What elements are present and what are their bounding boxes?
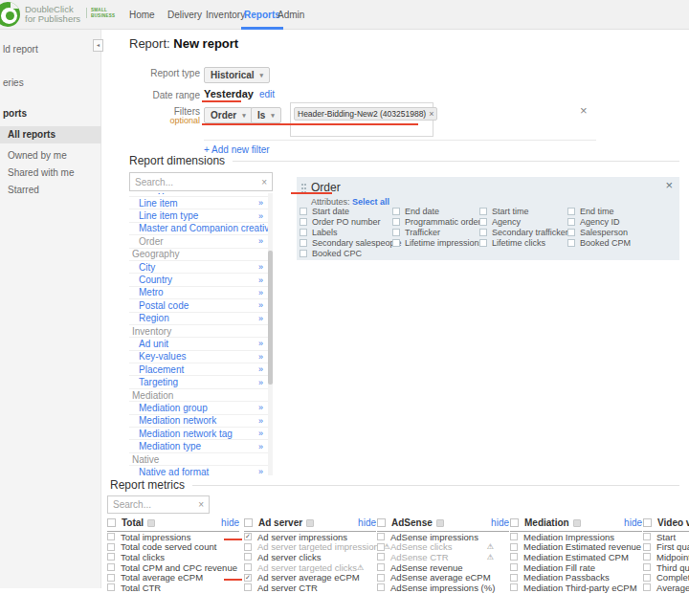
sidebar-item-ports[interactable]: ports [3, 108, 27, 119]
checkbox[interactable] [479, 218, 487, 226]
checkbox[interactable] [510, 533, 518, 540]
sidebar-item-all-reports[interactable]: All reports [0, 126, 101, 143]
checkbox[interactable] [300, 229, 307, 236]
hide-column-link[interactable]: hide [358, 517, 376, 528]
remove-chip-icon[interactable]: × [429, 109, 433, 119]
checkbox[interactable] [392, 239, 400, 247]
checkbox[interactable] [377, 553, 385, 561]
dimension-item-key-values[interactable]: Key-values» [129, 351, 273, 363]
dimension-item-mediation-type[interactable]: Mediation type» [129, 440, 273, 452]
dimension-item-metro[interactable]: Metro» [129, 287, 273, 299]
checkbox[interactable] [643, 574, 651, 582]
dimension-item-line-item[interactable]: Line item» [129, 197, 273, 209]
dimension-item-city[interactable]: City» [129, 261, 273, 274]
dimension-item-ad-unit[interactable]: Ad unit» [129, 338, 273, 350]
sidebar-item-ld-report[interactable]: ld report [3, 44, 38, 55]
dimension-item-region[interactable]: Region» [129, 313, 273, 325]
checkbox[interactable] [300, 250, 307, 257]
clear-search-icon[interactable]: × [256, 177, 272, 187]
dimensions-scrollbar[interactable] [268, 193, 273, 475]
checkbox-checked[interactable]: ✓ [244, 533, 252, 540]
checkbox[interactable] [300, 208, 307, 215]
checkbox[interactable] [643, 518, 652, 527]
dimension-item-master-and-companion-creative[interactable]: Master and Companion creative» [129, 223, 273, 235]
checkbox[interactable] [107, 518, 116, 527]
filter-operator-dropdown[interactable]: Is ▾ [251, 107, 281, 123]
checkbox[interactable] [377, 543, 385, 551]
checkbox[interactable] [510, 574, 518, 582]
checkbox[interactable] [377, 518, 386, 527]
checkbox[interactable] [567, 239, 575, 247]
checkbox[interactable] [510, 518, 519, 527]
filter-dimension-dropdown[interactable]: Order ▾ [204, 107, 253, 123]
dimension-item-postal-code[interactable]: Postal code» [129, 299, 273, 312]
checkbox[interactable] [377, 574, 385, 582]
drag-handle-icon[interactable] [301, 184, 303, 186]
checkbox[interactable] [392, 218, 400, 226]
checkbox[interactable] [300, 218, 307, 226]
doubleclick-logo[interactable]: DoubleClick for Publishers SMALL BUSINES… [0, 0, 126, 30]
checkbox[interactable] [392, 208, 400, 215]
clear-search-icon[interactable]: × [193, 499, 209, 510]
dimension-item-native-ad-format[interactable]: Native ad format» [129, 466, 273, 475]
dimensions-scrollbar-thumb[interactable] [268, 251, 273, 385]
nav-reports[interactable]: Reports [244, 0, 280, 30]
report-type-dropdown[interactable]: Historical ▾ [204, 67, 270, 83]
checkbox[interactable] [377, 533, 385, 540]
sidebar-item-starred[interactable]: Starred [8, 185, 39, 195]
dimension-item-line-item-type[interactable]: Line item type» [129, 209, 273, 222]
checkbox[interactable] [392, 229, 400, 236]
checkbox[interactable] [479, 208, 487, 215]
collapse-sidebar-button[interactable]: ◂ [93, 39, 103, 52]
sidebar-item-eries[interactable]: eries [3, 77, 24, 88]
sidebar-item-owned-by-me[interactable]: Owned by me [8, 150, 67, 161]
checkbox[interactable] [510, 553, 518, 561]
metrics-search-input[interactable] [108, 499, 193, 510]
nav-delivery[interactable]: Delivery [167, 0, 202, 30]
hide-column-link[interactable]: hide [624, 517, 642, 528]
filter-value-box[interactable]: Header-Bidding-New2 (403251988) × [290, 102, 433, 137]
checkbox[interactable] [510, 563, 518, 571]
hide-column-link[interactable]: hide [491, 517, 509, 528]
checkbox[interactable] [377, 563, 385, 571]
checkbox[interactable] [643, 563, 651, 571]
checkbox[interactable] [107, 563, 115, 571]
checkbox[interactable] [244, 518, 253, 527]
nav-admin[interactable]: Admin [278, 0, 304, 30]
checkbox[interactable] [244, 583, 252, 591]
checkbox[interactable] [567, 229, 575, 236]
checkbox[interactable] [107, 574, 115, 582]
checkbox[interactable] [479, 239, 487, 247]
checkbox[interactable] [107, 533, 115, 540]
checkbox[interactable] [510, 583, 518, 591]
sidebar-item-shared-with-me[interactable]: Shared with me [8, 167, 74, 178]
checkbox[interactable] [643, 533, 651, 540]
checkbox[interactable] [643, 553, 651, 561]
remove-filter-icon[interactable]: × [580, 103, 588, 118]
select-all-link[interactable]: Select all [352, 197, 389, 207]
dimensions-search-input[interactable] [130, 177, 256, 187]
checkbox[interactable] [107, 583, 115, 591]
dimension-item-mediation-network-tag[interactable]: Mediation network tag» [129, 428, 273, 440]
dimension-item-mediation-network[interactable]: Mediation network» [129, 415, 273, 428]
close-icon[interactable]: × [665, 178, 673, 192]
checkbox[interactable] [107, 543, 115, 551]
dimension-item-mediation-group[interactable]: Mediation group» [129, 402, 273, 414]
checkbox[interactable] [567, 208, 575, 215]
dimension-item-targeting[interactable]: Targeting» [129, 376, 273, 388]
checkbox[interactable] [643, 583, 651, 591]
filter-chip[interactable]: Header-Bidding-New2 (403251988) × [294, 107, 437, 121]
checkbox[interactable] [643, 543, 651, 551]
checkbox[interactable] [300, 239, 307, 247]
nav-home[interactable]: Home [129, 0, 155, 30]
dimension-item-country[interactable]: Country» [129, 274, 273, 286]
checkbox[interactable] [510, 543, 518, 551]
checkbox[interactable] [479, 229, 487, 236]
nav-inventory[interactable]: Inventory [206, 0, 245, 30]
checkbox-checked[interactable]: ✓ [244, 574, 252, 582]
checkbox[interactable] [107, 553, 115, 561]
edit-date-range-link[interactable]: edit [259, 89, 275, 99]
checkbox[interactable] [567, 218, 575, 226]
checkbox[interactable] [377, 583, 385, 591]
dimension-item-order[interactable]: Order» [129, 235, 273, 248]
